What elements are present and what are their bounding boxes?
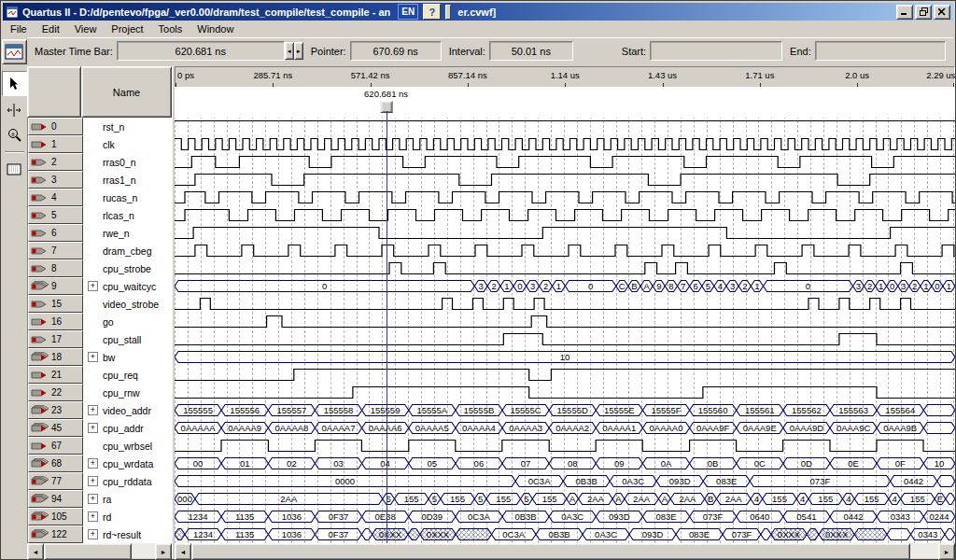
signal-name[interactable]: cpu_stall [83,330,172,348]
signal-name[interactable]: +ra [83,490,172,508]
signal-handle[interactable]: 3 [28,171,83,189]
wave-dram_cbeg[interactable] [175,242,955,259]
signal-row-cpu_rddata[interactable]: 77+cpu_rddata [28,472,172,490]
signal-row-cpu_wrdata[interactable]: 68+cpu_wrdata [28,455,172,472]
signal-row-cpu_rnw[interactable]: 22cpu_rnw [28,384,172,401]
wave-cpu_wrdata[interactable]: 000102030405060708090A0B0C0D0E0F10 [175,455,955,472]
wave-rwe_n[interactable] [175,224,955,242]
master-time-bar-field[interactable]: 620.681 ns [117,41,285,61]
signal-handle[interactable]: 0 [28,118,83,135]
signal-handle[interactable]: 68 [28,455,83,472]
wave-scrollbar[interactable]: ◄ ► [175,543,955,558]
wave-cpu_addr[interactable]: 0AAAAA0AAAA90AAAA80AAAA70AAAA60AAAA50AAA… [175,419,955,437]
signal-name[interactable]: cpu_strobe [83,259,172,277]
signal-handle[interactable]: 122 [28,525,83,543]
time-ruler[interactable]: 0 ps285.71 ns571.42 ns857.14 ns1.14 us1.… [175,66,955,89]
signal-row-go[interactable]: 16go [28,313,172,330]
names-scroll-thumb[interactable] [44,543,132,560]
wave-go[interactable] [175,313,955,330]
restore-icon[interactable] [915,5,932,20]
wave-bw[interactable]: 10 [175,348,955,366]
signal-row-rd~result[interactable]: 122+rd~result [28,525,172,543]
signal-row-cpu_addr[interactable]: 45+cpu_addr [28,419,172,437]
wave-cpu_wrbsel[interactable] [175,437,955,455]
wave-rd[interactable]: 1234113510360F370E380D390C3A0B3B0A3C093D… [175,508,955,525]
signal-name[interactable]: rras0_n [83,153,172,171]
signal-name[interactable]: rlcas_n [83,206,172,224]
end-field[interactable] [815,41,946,61]
waveform-editor-icon[interactable] [2,39,27,64]
full-screen-icon[interactable] [3,158,26,181]
expand-icon[interactable]: + [88,352,98,362]
wave-rras0_n[interactable] [175,153,955,171]
signal-row-video_addr[interactable]: 23+video_addr [28,401,172,419]
signal-handle[interactable]: 105 [28,508,83,525]
wave-scroll-track[interactable] [910,543,938,558]
signal-row-ra[interactable]: 94+ra [28,490,172,508]
zoom-tool-icon[interactable]: ± [3,123,26,147]
signal-handle[interactable]: 22 [28,384,83,401]
cursor-line[interactable] [387,118,387,543]
menu-project[interactable]: Project [104,22,150,36]
signal-row-rlcas_n[interactable]: 5rlcas_n [28,206,172,224]
signal-row-rd[interactable]: 105+rd [28,508,172,525]
selection-tool-icon[interactable] [2,71,27,96]
signal-name[interactable]: clk [83,135,172,153]
expand-icon[interactable]: + [88,405,98,415]
wave-rd~result[interactable]: 1234113510360F370XXX0XXX0C3A0B3B0A3C093D… [175,525,955,543]
signal-name[interactable]: rras1_n [83,171,172,189]
signal-handle[interactable]: 17 [28,330,83,348]
waveform-rows[interactable]: 032103210CBA9876543210321032101101555551… [175,118,955,543]
signal-handle[interactable]: 45 [28,419,83,437]
wave-cpu_rddata[interactable]: 00000C3A0B3B0A3C093D083E073F0442 [175,472,955,490]
signal-row-cpu_waitcyc[interactable]: 9+cpu_waitcyc [28,277,172,295]
signal-handle[interactable]: 18 [28,348,83,366]
expand-icon[interactable]: + [88,423,98,433]
signal-handle[interactable]: 77 [28,472,83,490]
signal-name[interactable]: dram_cbeg [83,242,172,259]
signal-row-bw[interactable]: 18+bw [28,348,172,366]
wave-scroll-thumb[interactable] [191,543,910,560]
wave-video_strobe[interactable] [175,295,955,313]
signal-row-dram_cbeg[interactable]: 7dram_cbeg [28,242,172,259]
wave-cpu_rnw[interactable] [175,384,955,401]
signal-handle[interactable]: 2 [28,153,83,171]
time-bar-tool-icon[interactable] [3,98,26,121]
signal-row-clk[interactable]: 1clk [28,135,172,153]
wave-cpu_req[interactable] [175,366,955,384]
signal-name[interactable]: rst_n [83,118,172,135]
signal-row-rst_n[interactable]: 0rst_n [28,118,172,135]
signal-name[interactable]: cpu_rnw [83,384,172,401]
wave-video_addr[interactable]: 15555515555615555715555815555915555A1555… [175,401,955,419]
signal-row-cpu_wrbsel[interactable]: 67cpu_wrbsel [28,437,172,455]
signal-name[interactable]: +cpu_waitcyc [83,277,172,295]
language-badge[interactable]: EN [398,4,418,20]
signal-name[interactable]: +bw [83,348,172,366]
help-icon[interactable]: ? [423,4,441,20]
scroll-right-icon[interactable]: ► [938,543,955,560]
signal-name[interactable]: rucas_n [83,189,172,206]
names-scrollbar[interactable]: ◄ ► [27,543,172,558]
signal-handle[interactable]: 7 [28,242,83,259]
close-icon[interactable] [934,5,950,20]
signal-name[interactable]: +cpu_wrdata [83,455,172,472]
signal-name[interactable]: rwe_n [83,224,172,242]
wave-ra[interactable]: 0002AA5155515551555155A2AAA2AAA2AAB2AA41… [175,490,955,508]
wave-clk[interactable] [175,135,955,153]
wave-rras1_n[interactable] [175,171,955,189]
master-time-bar-strip[interactable]: 620.681 ns [175,87,955,119]
signal-handle[interactable]: 67 [28,437,83,455]
signal-handle[interactable]: 6 [28,224,83,242]
signal-row-video_strobe[interactable]: 15video_strobe [28,295,172,313]
signal-row-cpu_req[interactable]: 21cpu_req [28,366,172,384]
wave-cpu_waitcyc[interactable]: 032103210CBA9876543210321032101 [175,277,955,295]
signal-name[interactable]: +video_addr [83,401,172,419]
start-field[interactable] [650,41,782,61]
menu-tools[interactable]: Tools [151,22,190,36]
language-bar-handle[interactable] [445,5,451,20]
signal-handle[interactable]: 21 [28,366,83,384]
signal-name[interactable]: +cpu_addr [83,419,172,437]
spin-right-icon[interactable]: ► [294,42,303,60]
expand-icon[interactable]: + [88,494,98,504]
signal-row-cpu_stall[interactable]: 17cpu_stall [28,330,172,348]
